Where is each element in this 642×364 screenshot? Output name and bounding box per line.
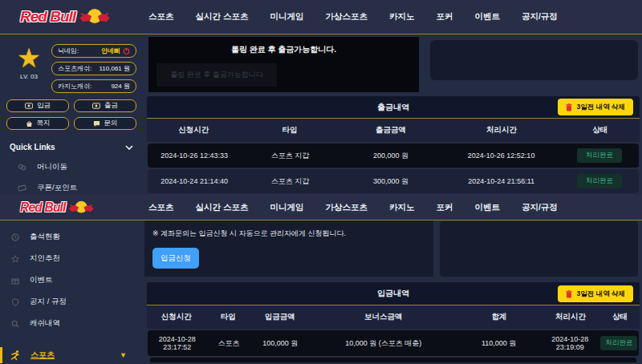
- deposit-table: 입금내역 3일전 내역 삭제 신청시간 타입 입금금액 보너스금액 합계 처리시: [147, 282, 640, 362]
- col-process-time: 처리시간: [442, 125, 560, 135]
- col-bonus: 보너스금액: [310, 312, 457, 322]
- menu-event[interactable]: 이벤트: [474, 11, 500, 22]
- message-label: 쪽지: [37, 119, 51, 128]
- coupon-point-label: 쿠폰/포인트: [37, 183, 77, 193]
- deposit-button[interactable]: 입금: [6, 99, 69, 112]
- menu-poker[interactable]: 포커: [436, 202, 453, 213]
- cash-history-label: 캐쉬내역: [30, 318, 60, 329]
- level-star-icon: ★: [6, 44, 51, 71]
- inquiry-button[interactable]: 문의: [74, 117, 136, 130]
- user-sidebar: ★ LV. 03 닉네임: 안네삐: [0, 34, 144, 195]
- attendance-label: 출석현황: [30, 232, 60, 242]
- message-button[interactable]: 쪽지: [6, 117, 69, 130]
- gift-icon: [11, 277, 19, 285]
- account-inquiry-note: ※ 계좌문의는 입금신청 시 자동으로 관리자에게 신청됩니다.: [152, 229, 433, 239]
- money-in-icon: [25, 103, 33, 109]
- col-type: 타입: [206, 312, 250, 322]
- sidebar-item-notice[interactable]: 공지 / 규정: [0, 285, 144, 307]
- money-out-icon: [92, 103, 100, 109]
- menu-poker[interactable]: 포커: [436, 11, 453, 22]
- money-move-label: 머니이동: [37, 162, 67, 172]
- deposit-row[interactable]: 2024-10-28 23:17:52 스포츠 100,000 원 10,000…: [148, 330, 639, 356]
- col-type: 타입: [241, 125, 339, 135]
- menu-event[interactable]: 이벤트: [474, 202, 500, 213]
- redbull-bulls-icon: [79, 6, 111, 27]
- menu-minigame[interactable]: 미니게임: [270, 11, 303, 22]
- withdraw-page: Red Bull 스포츠 실시간 스포츠 미니게임 가상스포츠 카지노 포커: [0, 0, 642, 195]
- active-indicator: [0, 347, 2, 363]
- menu-notice[interactable]: 공지/규정: [522, 202, 558, 213]
- redbull-logo[interactable]: Red Bull: [20, 199, 119, 216]
- trash-icon: [566, 103, 572, 111]
- empty-side-panel: [430, 40, 638, 80]
- menu-virtual-sports[interactable]: 가상스포츠: [325, 202, 368, 213]
- user-level: LV. 03: [6, 73, 51, 80]
- menu-casino[interactable]: 카지노: [389, 202, 415, 213]
- withdraw-table-title: 출금내역: [377, 102, 409, 113]
- menu-notice[interactable]: 공지/규정: [522, 11, 558, 22]
- sports-cash-value: 110,061 원: [99, 64, 130, 73]
- sports-cash-box: 스포츠캐쉬: 110,061 원: [51, 62, 136, 75]
- col-status: 상태: [600, 312, 640, 322]
- col-amount: 출금금액: [339, 125, 442, 135]
- event-label: 이벤트: [30, 275, 53, 285]
- delete-button-label: 3일전 내역 삭제: [577, 289, 625, 299]
- menu-sports[interactable]: 스포츠: [148, 202, 174, 213]
- chevron-down-icon: ▼: [120, 351, 127, 359]
- col-request-time: 신청시간: [147, 125, 241, 135]
- col-status: 상태: [561, 125, 640, 135]
- casino-cash-box: 카지노캐쉬: 924 원: [51, 79, 136, 93]
- rolling-notice: 롤링 완료 후 출금가능합니다.: [148, 44, 419, 55]
- sports-cash-label: 스포츠캐쉬:: [58, 64, 91, 73]
- withdraw-row[interactable]: 2024-10-24 21:14:40 스포츠 지갑 300,000 원 202…: [148, 169, 639, 193]
- deposit-apply-button[interactable]: 입금신청: [152, 248, 199, 269]
- withdraw-table: 출금내역 3일전 내역 삭제 신청시간 타입 출금금액 처리시간 상태: [147, 96, 640, 193]
- withdraw-row[interactable]: 2024-10-26 12:43:33 스포츠 지갑 200,000 원 202…: [148, 144, 639, 168]
- deposit-label: 입금: [37, 101, 51, 111]
- main-menu-2: 스포츠 실시간 스포츠 미니게임 가상스포츠 카지노 포커 이벤트 공지/규정: [148, 202, 558, 213]
- sidebar-item-event[interactable]: 이벤트: [0, 264, 144, 285]
- deposit-table-header: 신청시간 타입 입금금액 보너스금액 합계 처리시간 상태: [147, 305, 640, 329]
- quick-links-header[interactable]: Quick Links: [0, 130, 144, 152]
- menu-minigame[interactable]: 미니게임: [270, 202, 303, 213]
- coins-icon: [18, 164, 26, 171]
- sidebar-item-money-move[interactable]: 머니이동: [0, 152, 144, 172]
- logout-power-icon[interactable]: [123, 47, 130, 55]
- logo-text: Red Bull: [20, 200, 66, 214]
- withdraw-label: 출금: [104, 101, 118, 111]
- sidebar-item-referral[interactable]: 지인추천: [0, 242, 144, 264]
- sports-label: 스포츠: [30, 350, 55, 361]
- delete-3day-history-button[interactable]: 3일전 내역 삭제: [558, 99, 633, 115]
- runner-icon: [10, 350, 21, 361]
- delete-button-label: 3일전 내역 삭제: [577, 103, 625, 112]
- deposit-table-title: 입금내역: [377, 288, 409, 299]
- menu-live-sports[interactable]: 실시간 스포츠: [196, 202, 249, 213]
- menu-virtual-sports[interactable]: 가상스포츠: [325, 11, 368, 22]
- withdraw-content: 롤링 완료 후 출금가능합니다. 롤링 완료 후 출금가능합니다 출금내역 3일…: [144, 34, 642, 195]
- menu-live-sports[interactable]: 실시간 스포츠: [196, 11, 249, 22]
- status-badge: 처리완료: [577, 174, 622, 188]
- sidebar-item-cash-history[interactable]: 캐쉬내역: [0, 307, 144, 329]
- col-amount: 입금금액: [250, 312, 310, 322]
- nickname-value: 안네삐: [101, 47, 120, 55]
- main-menu: 스포츠 실시간 스포츠 미니게임 가상스포츠 카지노 포커 이벤트 공지/규정: [148, 11, 558, 22]
- logo-text: Red Bull: [20, 8, 75, 26]
- deposit-content: ※ 계좌문의는 입금신청 시 자동으로 관리자에게 신청됩니다. 입금신청 입금…: [144, 220, 642, 364]
- delete-3day-history-button[interactable]: 3일전 내역 삭제: [558, 285, 633, 302]
- status-badge: 처리완료: [577, 148, 622, 163]
- withdraw-button[interactable]: 출금: [74, 99, 136, 112]
- menu-sports[interactable]: 스포츠: [148, 11, 174, 22]
- sidebar-item-attendance[interactable]: 출석현황: [0, 220, 144, 242]
- redbull-logo[interactable]: Red Bull: [20, 6, 140, 27]
- chevron-down-icon: [125, 145, 133, 150]
- menu-casino[interactable]: 카지노: [389, 11, 415, 22]
- star-outline-icon: [11, 255, 19, 263]
- sidebar-item-sports[interactable]: 스포츠 ▼: [0, 346, 144, 364]
- sidebar-item-coupon-point[interactable]: 쿠폰/포인트: [0, 172, 144, 193]
- casino-cash-value: 924 원: [111, 82, 130, 91]
- redbull-bulls-icon: [68, 199, 95, 216]
- deposit-note-panel: ※ 계좌문의는 입금신청 시 자동으로 관리자에게 신청됩니다. 입금신청: [144, 220, 433, 277]
- status-badge: 처리완료: [600, 336, 637, 350]
- quick-links-title: Quick Links: [10, 143, 55, 152]
- withdraw-table-header: 신청시간 타입 출금금액 처리시간 상태: [147, 119, 640, 142]
